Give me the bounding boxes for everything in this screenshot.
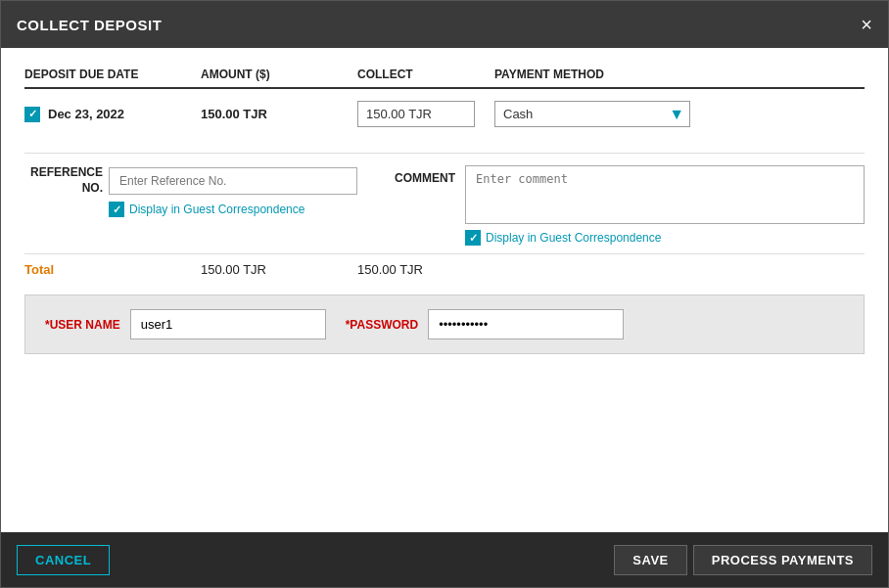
close-button[interactable]: × bbox=[861, 15, 872, 34]
reference-row: REFERENCENO. bbox=[24, 165, 357, 196]
col-header-amount: AMOUNT ($) bbox=[201, 68, 357, 81]
payment-method-select[interactable]: Cash Credit Card Check bbox=[494, 101, 690, 127]
footer-left: CANCEL bbox=[17, 545, 110, 575]
process-payments-button[interactable]: PROCESS PAYMENTS bbox=[693, 545, 872, 575]
cell-amount: 150.00 TJR bbox=[201, 107, 357, 121]
date-value: Dec 23, 2022 bbox=[48, 107, 124, 121]
modal-footer: CANCEL SAVE PROCESS PAYMENTS bbox=[1, 532, 888, 587]
reference-display-checkbox[interactable] bbox=[109, 202, 124, 217]
comment-label-row: COMMENT bbox=[377, 165, 865, 224]
password-group: *PASSWORD bbox=[346, 309, 624, 339]
auth-section: *USER NAME *PASSWORD bbox=[24, 294, 865, 354]
cell-payment: Cash Credit Card Check ▼ bbox=[494, 101, 865, 127]
password-input[interactable] bbox=[428, 309, 624, 339]
deposit-table: DEPOSIT DUE DATE AMOUNT ($) COLLECT PAYM… bbox=[24, 68, 865, 137]
reference-checkbox-row: Display in Guest Correspondence bbox=[109, 202, 357, 217]
reference-label: REFERENCENO. bbox=[24, 165, 103, 196]
comment-block: COMMENT Display in Guest Correspondence bbox=[377, 165, 865, 246]
col-header-date: DEPOSIT DUE DATE bbox=[24, 68, 201, 81]
total-amount1: 150.00 TJR bbox=[201, 262, 357, 277]
cell-collect bbox=[357, 101, 494, 127]
row-checkbox[interactable] bbox=[24, 107, 40, 122]
payment-method-wrapper: Cash Credit Card Check ▼ bbox=[494, 101, 690, 127]
username-input[interactable] bbox=[130, 309, 326, 339]
total-label: Total bbox=[24, 262, 201, 277]
comment-display-label: Display in Guest Correspondence bbox=[486, 231, 661, 245]
ref-comment-section: REFERENCENO. Display in Guest Correspond… bbox=[24, 153, 865, 246]
password-label: *PASSWORD bbox=[346, 318, 418, 332]
total-amount2: 150.00 TJR bbox=[357, 262, 494, 277]
collect-deposit-modal: COLLECT DEPOSIT × DEPOSIT DUE DATE AMOUN… bbox=[0, 0, 889, 588]
collect-input[interactable] bbox=[357, 101, 475, 127]
cell-date: Dec 23, 2022 bbox=[24, 107, 201, 122]
save-button[interactable]: SAVE bbox=[614, 545, 686, 575]
reference-display-label: Display in Guest Correspondence bbox=[129, 203, 304, 216]
reference-input[interactable] bbox=[109, 167, 357, 195]
table-row: Dec 23, 2022 150.00 TJR Cash Credit Card… bbox=[24, 97, 865, 137]
col-header-payment: PAYMENT METHOD bbox=[494, 68, 865, 81]
modal-body: DEPOSIT DUE DATE AMOUNT ($) COLLECT PAYM… bbox=[1, 48, 888, 532]
reference-block: REFERENCENO. Display in Guest Correspond… bbox=[24, 165, 357, 246]
comment-checkbox-row: Display in Guest Correspondence bbox=[465, 230, 865, 246]
comment-label: COMMENT bbox=[377, 171, 455, 185]
cancel-button[interactable]: CANCEL bbox=[17, 545, 110, 575]
username-group: *USER NAME bbox=[45, 309, 326, 339]
footer-right: SAVE PROCESS PAYMENTS bbox=[614, 545, 872, 575]
modal-header: COLLECT DEPOSIT × bbox=[1, 1, 888, 48]
modal-title: COLLECT DEPOSIT bbox=[17, 17, 162, 33]
comment-display-checkbox[interactable] bbox=[465, 230, 481, 246]
comment-textarea[interactable] bbox=[465, 165, 865, 224]
total-row: Total 150.00 TJR 150.00 TJR bbox=[24, 253, 865, 285]
col-header-collect: COLLECT bbox=[357, 68, 494, 81]
table-header-row: DEPOSIT DUE DATE AMOUNT ($) COLLECT PAYM… bbox=[24, 68, 865, 89]
username-label: *USER NAME bbox=[45, 318, 120, 332]
